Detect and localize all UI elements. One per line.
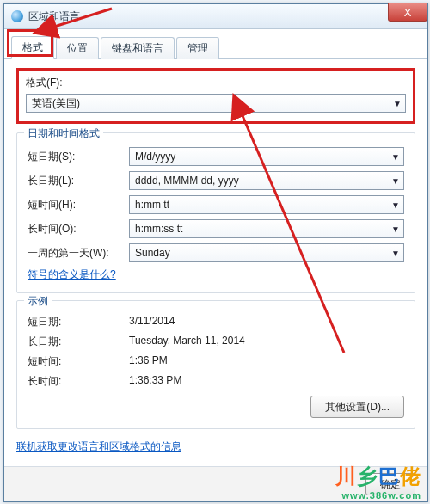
chevron-down-icon: ▼ <box>393 99 402 108</box>
example-short-date: 短日期: 3/11/2014 <box>28 315 404 329</box>
ex-short-date-label: 短日期: <box>28 315 129 329</box>
examples-group: 示例 短日期: 3/11/2014 长日期: Tuesday, March 11… <box>16 300 415 429</box>
tabs: 格式 位置 键盘和语言 管理 <box>4 29 427 59</box>
tab-keyboards[interactable]: 键盘和语言 <box>101 37 175 59</box>
example-long-time: 长时间: 1:36:33 PM <box>28 374 404 389</box>
close-button[interactable]: X <box>388 3 427 22</box>
example-short-time: 短时间: 1:36 PM <box>28 354 404 369</box>
dialog-footer: 确定 <box>4 466 427 501</box>
long-time-label: 长时间(O): <box>28 222 129 237</box>
first-day-label: 一周的第一天(W): <box>28 246 129 261</box>
tab-admin[interactable]: 管理 <box>176 37 219 59</box>
other-settings-button[interactable]: 其他设置(D)... <box>310 396 404 418</box>
row-first-day: 一周的第一天(W): Sunday ▼ <box>28 243 404 262</box>
chevron-down-icon: ▼ <box>391 249 400 258</box>
examples-legend: 示例 <box>24 294 52 309</box>
short-date-value: M/d/yyyy <box>135 151 175 163</box>
chevron-down-icon: ▼ <box>391 224 400 234</box>
short-time-label: 短时间(H): <box>28 198 129 212</box>
format-highlight: 格式(F): 英语(美国) ▼ <box>16 68 415 124</box>
long-date-value: dddd, MMMM dd, yyyy <box>135 175 239 187</box>
ex-short-time-label: 短时间: <box>28 354 129 369</box>
region-language-dialog: 区域和语言 X 格式 位置 键盘和语言 管理 格式(F): 英语(美国) ▼ 日… <box>3 3 428 502</box>
datetime-group: 日期和时间格式 短日期(S): M/d/yyyy ▼ 长日期(L): dddd,… <box>16 132 415 293</box>
ex-short-time-value: 1:36 PM <box>129 354 168 369</box>
format-select[interactable]: 英语(美国) ▼ <box>26 94 406 113</box>
long-time-value: h:mm:ss tt <box>135 223 182 235</box>
close-icon: X <box>404 6 412 19</box>
row-long-time: 长时间(O): h:mm:ss tt ▼ <box>28 219 404 238</box>
format-value: 英语(美国) <box>32 96 80 111</box>
datetime-legend: 日期和时间格式 <box>24 126 103 141</box>
long-date-select[interactable]: dddd, MMMM dd, yyyy ▼ <box>129 171 404 190</box>
short-time-value: h:mm tt <box>135 199 169 211</box>
ex-long-date-value: Tuesday, March 11, 2014 <box>129 335 245 349</box>
chevron-down-icon: ▼ <box>391 152 400 162</box>
ex-short-date-value: 3/11/2014 <box>129 315 175 329</box>
tab-content: 格式(F): 英语(美国) ▼ 日期和时间格式 短日期(S): M/d/yyyy… <box>4 59 427 463</box>
chevron-down-icon: ▼ <box>391 176 400 186</box>
long-time-select[interactable]: h:mm:ss tt ▼ <box>129 219 404 238</box>
row-short-time: 短时间(H): h:mm tt ▼ <box>28 195 404 214</box>
ex-long-time-value: 1:36:33 PM <box>129 374 181 389</box>
first-day-select[interactable]: Sunday ▼ <box>129 243 404 262</box>
example-long-date: 长日期: Tuesday, March 11, 2014 <box>28 335 404 349</box>
short-date-select[interactable]: M/d/yyyy ▼ <box>129 147 404 166</box>
row-short-date: 短日期(S): M/d/yyyy ▼ <box>28 147 404 166</box>
first-day-value: Sunday <box>135 247 170 259</box>
online-info-link[interactable]: 联机获取更改语言和区域格式的信息 <box>16 440 181 452</box>
short-date-label: 短日期(S): <box>28 150 129 164</box>
chevron-down-icon: ▼ <box>391 200 400 210</box>
titlebar: 区域和语言 X <box>4 4 427 29</box>
notation-link[interactable]: 符号的含义是什么? <box>28 268 116 280</box>
row-long-date: 长日期(L): dddd, MMMM dd, yyyy ▼ <box>28 171 404 190</box>
short-time-select[interactable]: h:mm tt ▼ <box>129 195 404 214</box>
window-title: 区域和语言 <box>28 9 80 24</box>
globe-icon <box>11 10 23 22</box>
format-label: 格式(F): <box>26 76 406 90</box>
tab-format[interactable]: 格式 <box>11 36 54 59</box>
tab-location[interactable]: 位置 <box>56 37 99 59</box>
ex-long-time-label: 长时间: <box>28 374 129 389</box>
ok-button[interactable]: 确定 <box>366 473 415 495</box>
long-date-label: 长日期(L): <box>28 174 129 188</box>
ex-long-date-label: 长日期: <box>28 335 129 349</box>
